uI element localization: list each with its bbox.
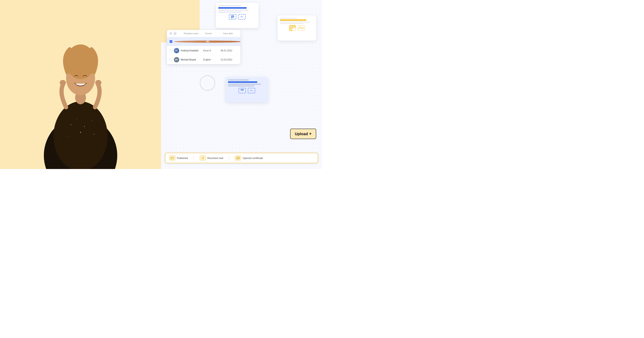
qr-code-icon-right xyxy=(289,26,296,30)
upload-button[interactable]: Upload + xyxy=(290,129,316,139)
gray-line-3 xyxy=(280,23,304,24)
cert-card-right xyxy=(278,16,316,40)
cert-lines-right xyxy=(280,18,314,24)
svg-point-11 xyxy=(94,134,94,134)
svg-rect-36 xyxy=(243,90,243,90)
svg-rect-28 xyxy=(290,26,291,27)
table-row-andrzej[interactable]: AK Andrzej Kowalski Kosz<3 06.01.2022 xyxy=(167,46,240,55)
svg-rect-22 xyxy=(232,18,232,18)
avatar-maria: MS xyxy=(174,40,240,43)
svg-point-1 xyxy=(54,102,108,169)
published-icon xyxy=(169,156,176,160)
svg-rect-39 xyxy=(171,158,172,159)
cert-icons-row-top xyxy=(218,14,256,20)
cert-yellow-bar xyxy=(280,19,306,21)
avatar-michael: MB xyxy=(174,57,179,62)
gray-line-2 xyxy=(280,22,310,22)
svg-rect-20 xyxy=(233,16,234,16)
cert-icons-row-bottom xyxy=(228,88,266,93)
svg-point-4 xyxy=(66,44,95,79)
status-item-received-mail: ! Received mail xyxy=(200,156,223,160)
row-course-michael: English xyxy=(203,58,218,61)
status-bar: Published ! Received mail xyxy=(165,153,318,163)
row-checkbox-michael[interactable] xyxy=(170,58,172,61)
table-column-headers: Recipient name Course Issue date xyxy=(184,32,238,34)
left-section xyxy=(0,0,161,169)
table-row-maria[interactable]: MS Maria Sanchez Math123 11.02.2022 xyxy=(167,37,240,46)
dashed-circle xyxy=(200,75,215,91)
row-checkbox-maria[interactable] xyxy=(170,40,172,43)
cert-bottom-line-1 xyxy=(228,80,249,80)
published-label: Published xyxy=(177,157,188,160)
svg-rect-30 xyxy=(294,26,294,27)
svg-point-9 xyxy=(80,132,81,133)
status-item-published: Published xyxy=(169,156,188,160)
row-date-michael: 22.03.2022 xyxy=(220,58,238,61)
row-checkbox-andrzej[interactable] xyxy=(170,49,172,52)
svg-rect-18 xyxy=(232,16,232,16)
svg-point-6 xyxy=(76,118,77,119)
gray-line-1 xyxy=(280,18,297,18)
status-divider-1 xyxy=(194,156,194,160)
upload-label: Upload xyxy=(295,132,308,136)
svg-text:!: ! xyxy=(203,157,204,158)
cert-line-3 xyxy=(218,12,241,12)
opened-cert-label: Opened certificate xyxy=(242,157,263,160)
svg-point-8 xyxy=(92,120,92,121)
cert-bottom-line-3 xyxy=(228,86,254,86)
cert-line-2 xyxy=(218,10,248,10)
col-header-date: Issue date xyxy=(223,32,238,34)
table-header: Recipient name Course Issue date xyxy=(167,30,240,37)
received-mail-icon: ! xyxy=(200,156,206,160)
qr-code-icon-bottom xyxy=(238,88,246,93)
signature-icon-right xyxy=(298,26,305,30)
cert-blue-bar-top xyxy=(218,7,247,9)
row-data-michael: Michael Bryant English 22.03.2022 xyxy=(181,58,238,61)
cert-bottom-line-2 xyxy=(228,84,261,84)
svg-point-26 xyxy=(174,33,175,34)
person-photo xyxy=(0,0,161,169)
qr-code-icon-top xyxy=(229,14,236,20)
status-item-opened-cert: Opened certificate xyxy=(235,156,263,160)
svg-line-25 xyxy=(234,18,234,18)
col-header-course: Course xyxy=(205,32,219,34)
svg-rect-34 xyxy=(241,90,242,90)
svg-point-5 xyxy=(70,124,71,125)
cert-lines-bottom xyxy=(228,80,266,86)
right-section: Recipient name Course Issue date MS Mari… xyxy=(161,0,322,169)
svg-rect-32 xyxy=(290,29,291,30)
svg-point-7 xyxy=(84,126,85,127)
svg-point-13 xyxy=(95,80,102,85)
avatar-andrzej: AK xyxy=(174,48,179,53)
opened-cert-icon xyxy=(235,156,241,160)
row-data-andrzej: Andrzej Kowalski Kosz<3 06.01.2022 xyxy=(181,49,238,52)
cert-line-1 xyxy=(218,5,241,6)
row-name-andrzej: Andrzej Kowalski xyxy=(181,49,201,52)
signature-icon-bottom xyxy=(248,88,255,93)
avatar-column-icon xyxy=(174,32,176,35)
cert-card-top xyxy=(216,3,258,28)
table-row-michael[interactable]: MB Michael Bryant English 22.03.2022 xyxy=(167,55,240,64)
svg-point-12 xyxy=(60,80,66,85)
col-header-name: Recipient name xyxy=(184,32,201,34)
cert-blue-bar-bottom xyxy=(228,81,258,83)
cert-lines-top xyxy=(218,5,256,12)
signature-icon-top xyxy=(238,14,246,20)
table-drag-handle xyxy=(170,32,172,34)
main-container: Recipient name Course Issue date MS Mari… xyxy=(0,0,322,169)
row-course-andrzej: Kosz<3 xyxy=(203,49,218,52)
svg-point-10 xyxy=(67,136,67,136)
received-mail-label: Received mail xyxy=(208,157,223,160)
plus-icon: + xyxy=(309,131,312,136)
cert-card-bottom xyxy=(226,77,268,102)
cert-icons-row-right xyxy=(280,26,314,30)
row-name-michael: Michael Bryant xyxy=(181,58,201,61)
recipients-table: Recipient name Course Issue date MS Mari… xyxy=(167,30,240,64)
row-date-andrzej: 06.01.2022 xyxy=(220,49,238,52)
